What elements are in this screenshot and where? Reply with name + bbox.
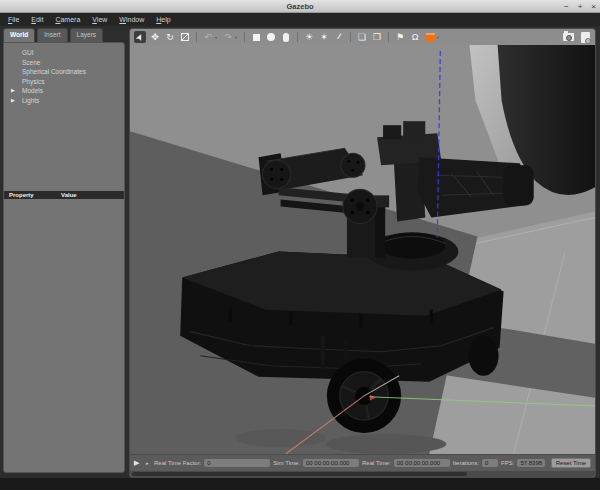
tree-item-models[interactable]: ▶ Models (4, 86, 124, 96)
window-controls: − + × (564, 0, 596, 13)
toolbar-right-group (562, 31, 591, 43)
tree-item-lights[interactable]: ▶ Lights (4, 96, 124, 106)
tab-layers[interactable]: Layers (70, 28, 104, 42)
expand-arrow-icon[interactable]: ▶ (11, 96, 15, 106)
viewport-container: ➤ ✥ ↻ ↶ ▾ ↷ ▾ ☀ ✶ ∕∕ ❏ ❐ (129, 28, 596, 478)
property-table-header: Property Value (4, 191, 124, 199)
tab-insert[interactable]: Insert (37, 28, 67, 42)
spot-light-icon[interactable]: ✶ (318, 31, 330, 43)
align-tool-icon[interactable]: ⚑ (394, 31, 406, 43)
fps-value: 57.8398 (517, 459, 545, 467)
menu-file[interactable]: File (3, 16, 26, 23)
maximize-button[interactable]: + (578, 3, 583, 11)
snap-tool-icon[interactable]: Ω (409, 31, 421, 43)
insert-sphere-icon[interactable] (265, 31, 277, 43)
tree-item-physics[interactable]: Physics (4, 77, 124, 87)
tree-item-label: Models (22, 87, 43, 94)
toolbar-separator (297, 32, 298, 42)
redo-icon[interactable]: ↷ (222, 31, 234, 43)
reset-time-button[interactable]: Reset Time (551, 458, 591, 468)
world-tree: GUI Scene Spherical Coordinates Physics … (4, 43, 124, 105)
menu-camera[interactable]: Camera (50, 16, 87, 23)
menu-window[interactable]: Window (114, 16, 151, 23)
left-panel-tabs: World Insert Layers (3, 28, 125, 42)
viewport-toolbar: ➤ ✥ ↻ ↶ ▾ ↷ ▾ ☀ ✶ ∕∕ ❏ ❐ (130, 29, 595, 45)
fps-label: FPS: (501, 460, 514, 466)
real-time-factor-label: Real Time Factor: (154, 460, 201, 466)
select-tool-icon[interactable]: ➤ (134, 31, 146, 43)
toolbar-separator (196, 32, 197, 42)
value-column-header: Value (61, 192, 77, 198)
main-area: World Insert Layers GUI Scene Spherical … (0, 26, 600, 478)
render-viewport[interactable] (130, 45, 595, 454)
property-column-header: Property (9, 192, 61, 198)
tree-item-spherical-coordinates[interactable]: Spherical Coordinates (4, 67, 124, 77)
world-tree-panel: GUI Scene Spherical Coordinates Physics … (3, 42, 125, 473)
change-view-icon[interactable] (424, 31, 436, 43)
toolbar-separator (244, 32, 245, 42)
toolbar-separator (388, 32, 389, 42)
translate-tool-icon[interactable]: ✥ (149, 31, 161, 43)
insert-box-icon[interactable] (250, 31, 262, 43)
real-time-value: 00 00:00:00.000 (394, 459, 450, 467)
undo-icon[interactable]: ↶ (202, 31, 214, 43)
scrollbar-thumb[interactable] (132, 472, 467, 476)
wheel-shadow (326, 434, 447, 454)
data-logger-icon[interactable] (579, 31, 591, 43)
left-panel: World Insert Layers GUI Scene Spherical … (0, 26, 127, 478)
tab-world[interactable]: World (3, 28, 35, 42)
iterations-value: 0 (482, 459, 498, 467)
play-button[interactable]: ▶ (134, 459, 143, 467)
window-bottom-edge (0, 478, 600, 490)
window-title: Gazebo (286, 2, 313, 11)
copy-icon[interactable]: ❏ (356, 31, 368, 43)
menu-edit[interactable]: Edit (26, 16, 50, 23)
tree-item-label: Lights (22, 97, 39, 104)
tree-item-gui[interactable]: GUI (4, 48, 124, 58)
undo-history-dropdown-icon[interactable]: ▾ (215, 35, 219, 40)
insert-cylinder-icon[interactable] (280, 31, 292, 43)
scale-tool-icon[interactable] (179, 31, 191, 43)
menu-bar: File Edit Camera View Window Help (0, 13, 600, 26)
close-button[interactable]: × (591, 3, 596, 11)
title-bar: Gazebo − + × (0, 0, 600, 13)
viewport-column: ➤ ✥ ↻ ↶ ▾ ↷ ▾ ☀ ✶ ∕∕ ❏ ❐ (127, 26, 600, 478)
wheel-shadow (235, 429, 325, 447)
tree-item-scene[interactable]: Scene (4, 58, 124, 68)
screenshot-camera-icon[interactable] (562, 31, 574, 43)
toolbar-separator (350, 32, 351, 42)
sim-time-label: Sim Time: (273, 460, 300, 466)
minimize-button[interactable]: − (564, 3, 569, 11)
step-button[interactable]: ▸ (146, 460, 151, 466)
expand-arrow-icon[interactable]: ▶ (11, 86, 15, 96)
iterations-label: Iterations: (453, 460, 479, 466)
real-time-factor-value: 0 (204, 459, 270, 467)
rotate-tool-icon[interactable]: ↻ (164, 31, 176, 43)
view-dropdown-icon[interactable]: ▾ (437, 35, 441, 40)
point-light-icon[interactable]: ☀ (303, 31, 315, 43)
menu-view[interactable]: View (87, 16, 114, 23)
redo-history-dropdown-icon[interactable]: ▾ (235, 35, 239, 40)
horizontal-scrollbar[interactable] (130, 471, 595, 477)
menu-help[interactable]: Help (151, 16, 177, 23)
sim-time-value: 00 00:00:00.000 (303, 459, 359, 467)
paste-icon[interactable]: ❐ (371, 31, 383, 43)
real-time-label: Real Time: (362, 460, 391, 466)
time-panel: ▶ ▸ Real Time Factor: 0 Sim Time: 00 00:… (130, 454, 595, 471)
directional-light-icon[interactable]: ∕∕ (333, 31, 345, 43)
